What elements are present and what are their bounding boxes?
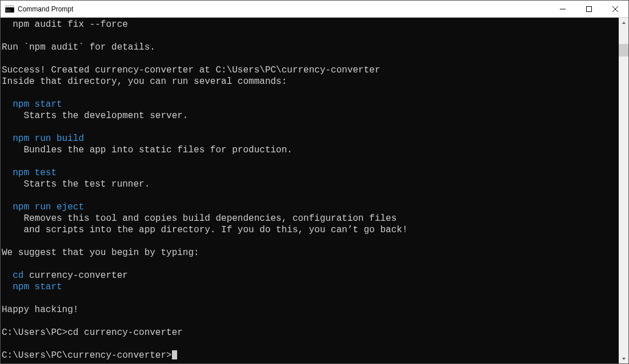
terminal-text: Happy hacking! bbox=[2, 305, 78, 315]
terminal-text: and scripts into the app directory. If y… bbox=[23, 225, 407, 235]
svg-text:C:\: C:\ bbox=[6, 9, 11, 12]
scroll-track[interactable] bbox=[619, 27, 628, 354]
terminal-text: currency-converter bbox=[29, 270, 128, 281]
close-button[interactable] bbox=[602, 1, 628, 17]
console-output[interactable]: npm audit fix --force Run `npm audit` fo… bbox=[2, 19, 619, 361]
window-title: Command Prompt bbox=[18, 5, 550, 13]
svg-marker-8 bbox=[622, 358, 626, 360]
terminal-text: cd bbox=[13, 270, 29, 281]
terminal-text: Success! Created currency-converter at C… bbox=[2, 65, 380, 75]
terminal-text: Run `npm audit` for details. bbox=[2, 42, 155, 52]
command-prompt-window: C:\ Command Prompt npm audit fix --force… bbox=[0, 0, 629, 364]
titlebar[interactable]: C:\ Command Prompt bbox=[1, 1, 628, 18]
terminal-text: We suggest that you begin by typing: bbox=[2, 248, 199, 258]
terminal-text: npm run build bbox=[13, 134, 84, 144]
terminal-text: Removes this tool and copies build depen… bbox=[23, 213, 396, 224]
terminal-text: npm test bbox=[13, 168, 57, 178]
maximize-button[interactable] bbox=[576, 1, 602, 17]
terminal-text: C:\Users\PC\currency-converter> bbox=[2, 350, 172, 361]
terminal-text: npm audit fix --force bbox=[13, 19, 128, 30]
svg-rect-4 bbox=[587, 6, 592, 11]
terminal-text: Starts the development server. bbox=[23, 111, 188, 121]
svg-rect-1 bbox=[5, 6, 14, 7]
minimize-button[interactable] bbox=[550, 1, 576, 17]
terminal-text: Inside that directory, you can run sever… bbox=[2, 76, 287, 87]
window-controls bbox=[550, 1, 628, 17]
text-cursor bbox=[172, 350, 177, 359]
terminal-text: npm start bbox=[13, 99, 62, 110]
scroll-up-button[interactable] bbox=[619, 18, 628, 27]
app-icon: C:\ bbox=[5, 5, 14, 14]
client-area: npm audit fix --force Run `npm audit` fo… bbox=[1, 18, 628, 363]
vertical-scrollbar[interactable] bbox=[619, 18, 628, 363]
svg-marker-7 bbox=[622, 22, 626, 24]
scroll-down-button[interactable] bbox=[619, 354, 628, 363]
terminal[interactable]: npm audit fix --force Run `npm audit` fo… bbox=[1, 18, 619, 363]
terminal-text: npm run eject bbox=[13, 202, 84, 212]
terminal-text: Starts the test runner. bbox=[23, 179, 150, 189]
scroll-thumb[interactable] bbox=[619, 44, 628, 57]
terminal-text: C:\Users\PC>cd currency-converter bbox=[2, 327, 183, 338]
terminal-text: npm start bbox=[13, 282, 62, 292]
terminal-text: Bundles the app into static files for pr… bbox=[23, 145, 292, 155]
